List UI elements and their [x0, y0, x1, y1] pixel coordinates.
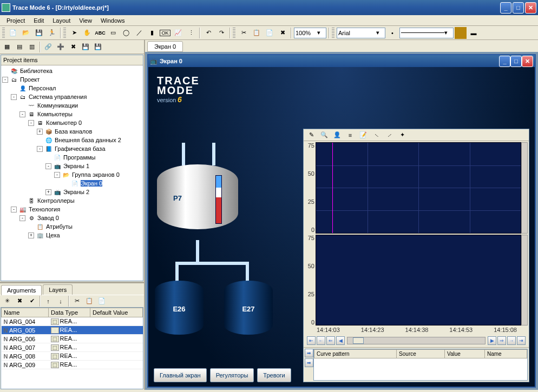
- arg-check-icon[interactable]: ✔: [26, 295, 38, 307]
- tree-item[interactable]: +🏢Цеха: [2, 231, 142, 240]
- trend-edit-icon[interactable]: 📝: [357, 129, 369, 141]
- trend-icon[interactable]: 📈: [172, 27, 184, 39]
- fill-color-icon[interactable]: [455, 27, 467, 39]
- link-icon[interactable]: 🔗: [42, 41, 54, 53]
- font-input[interactable]: [338, 30, 376, 36]
- nav-next-icon[interactable]: →: [507, 336, 516, 345]
- tree-item[interactable]: 📋Атрибуты: [2, 222, 142, 231]
- tree-item[interactable]: -📘Графическая база: [2, 144, 142, 153]
- tree-item[interactable]: 📄Экран 0: [2, 179, 142, 188]
- trend-chart-1[interactable]: 7550250: [305, 142, 528, 234]
- hand-icon[interactable]: ✋: [81, 27, 93, 39]
- misc-icon[interactable]: ⋮: [185, 27, 197, 39]
- trend-layers-icon[interactable]: ≡: [344, 129, 356, 141]
- pointer-icon[interactable]: ➤: [68, 27, 80, 39]
- copy-icon[interactable]: 📋: [251, 27, 263, 39]
- arg-up-icon[interactable]: ↑: [42, 295, 54, 307]
- rect-icon[interactable]: ▭: [107, 27, 119, 39]
- doc-tab-screen0[interactable]: Экран 0: [147, 41, 183, 52]
- save-icon[interactable]: 💾: [33, 27, 45, 39]
- toolbar-grip[interactable]: [63, 28, 66, 38]
- text-icon[interactable]: ABC: [94, 27, 106, 39]
- expand-icon[interactable]: +: [37, 129, 43, 135]
- mdi-titlebar[interactable]: 📺 Экран 0 _ □ ✕: [148, 55, 535, 67]
- zoom-combo[interactable]: ▾: [294, 28, 326, 38]
- font-props-icon[interactable]: •: [386, 27, 398, 39]
- toolbar-grip[interactable]: [332, 28, 334, 38]
- expand-icon[interactable]: +: [45, 189, 51, 195]
- expand-icon[interactable]: -: [11, 94, 17, 100]
- tree-item[interactable]: 🎛Контроллеры: [2, 196, 142, 205]
- tree-item[interactable]: 👤Персонал: [2, 84, 142, 92]
- mdi-minimize-button[interactable]: _: [499, 56, 510, 67]
- col-name[interactable]: Name: [2, 308, 49, 317]
- zزoom-input[interactable]: [296, 30, 317, 36]
- nav-first-icon[interactable]: ⇤: [307, 336, 316, 345]
- expand-icon[interactable]: -: [19, 111, 25, 117]
- mdi-maximize-button[interactable]: □: [510, 56, 522, 67]
- tree-item[interactable]: -🗂Система управления: [2, 92, 142, 101]
- new-icon[interactable]: 📄: [7, 27, 19, 39]
- tree-item[interactable]: -🖥Компьютеры: [2, 110, 142, 118]
- view1-icon[interactable]: ▦: [1, 41, 13, 53]
- argument-row[interactable]: N ARG_009⬚REA...: [2, 361, 143, 369]
- font-combo[interactable]: ▾: [337, 28, 385, 38]
- toolbar-grip[interactable]: [233, 28, 235, 38]
- argument-row[interactable]: N ARG_004⬚REA...: [2, 317, 143, 326]
- argument-row[interactable]: N ARG_008⬚REA...: [2, 352, 143, 361]
- menu-view[interactable]: View: [75, 16, 96, 25]
- tree-item[interactable]: +📦База каналов: [2, 127, 142, 136]
- tank-e26[interactable]: E26: [155, 281, 204, 340]
- mdi-close-button[interactable]: ✕: [522, 56, 533, 67]
- arg-del-icon[interactable]: ✖: [14, 295, 25, 307]
- ellipse-icon[interactable]: ◯: [120, 27, 132, 39]
- del-icon[interactable]: ✖: [67, 41, 79, 53]
- alarms-button[interactable]: Тревоги: [257, 368, 291, 382]
- expand-icon[interactable]: -: [45, 163, 51, 169]
- add-icon[interactable]: ➕: [55, 41, 67, 53]
- argument-row[interactable]: N ARG_005⬚REA...: [2, 326, 143, 335]
- menu-project[interactable]: Project: [2, 16, 29, 25]
- trend-cursor-icon[interactable]: ✎: [305, 129, 317, 141]
- expand-icon[interactable]: -: [2, 77, 8, 83]
- tank-e27[interactable]: E27: [224, 281, 273, 340]
- nav-prev-icon[interactable]: ←: [317, 336, 325, 345]
- nav-last-icon[interactable]: ⇥: [517, 336, 526, 345]
- trend-tool2-icon[interactable]: ⟋: [383, 129, 395, 141]
- arg-paste-icon[interactable]: 📄: [96, 295, 108, 307]
- nav-pageprev-icon[interactable]: ⇐: [326, 336, 335, 345]
- expand-icon[interactable]: -: [54, 172, 60, 178]
- view2-icon[interactable]: ▤: [14, 41, 25, 53]
- line-color-icon[interactable]: ▬: [468, 27, 480, 39]
- tree-item[interactable]: 📄Программы: [2, 153, 142, 162]
- argument-row[interactable]: N ARG_006⬚REA...: [2, 335, 143, 343]
- argument-row[interactable]: N ARG_007⬚REA...: [2, 343, 143, 352]
- paste-icon[interactable]: 📄: [264, 27, 275, 39]
- line-icon[interactable]: ／: [133, 27, 145, 39]
- arg-down-icon[interactable]: ↓: [55, 295, 67, 307]
- menu-windows[interactable]: Windows: [96, 16, 129, 25]
- tree-item[interactable]: -🖥Компьютер 0: [2, 118, 142, 127]
- tree-item[interactable]: 📚Библиотека: [2, 67, 142, 75]
- delete-icon[interactable]: ✖: [277, 27, 288, 39]
- expand-icon[interactable]: -: [11, 207, 17, 212]
- tab-layers[interactable]: Layers: [43, 284, 73, 295]
- tree-item[interactable]: -🗂Проект: [2, 75, 142, 84]
- arguments-grid[interactable]: Name Data Type Default Value N ARG_004⬚R…: [1, 307, 143, 389]
- curve-next-icon[interactable]: ➡: [305, 349, 313, 357]
- trend-chart-2[interactable]: 7550250: [305, 235, 528, 326]
- col-type[interactable]: Data Type: [49, 308, 90, 317]
- tree-item[interactable]: 🌐Внешняя база данных 2: [2, 136, 142, 144]
- trend-props-icon[interactable]: 👤: [331, 129, 343, 141]
- linestyle-combo[interactable]: ▾: [399, 28, 454, 38]
- save2-icon[interactable]: 💾: [80, 41, 91, 53]
- curve-table[interactable]: Curve pattern Source Value Name: [313, 349, 528, 381]
- scada-canvas[interactable]: TRACE MODE version 6 P7: [148, 67, 535, 387]
- nav-step-next-icon[interactable]: ▶: [488, 336, 496, 345]
- project-tree[interactable]: 📚Библиотека-🗂Проект👤Персонал-🗂Система уп…: [1, 65, 143, 241]
- view3-icon[interactable]: ▥: [26, 41, 38, 53]
- chart2-scrollbar[interactable]: [521, 235, 528, 326]
- menu-layout[interactable]: Layout: [48, 16, 75, 25]
- expand-icon[interactable]: -: [28, 120, 34, 126]
- nav-pagenext-icon[interactable]: ⇒: [497, 336, 506, 345]
